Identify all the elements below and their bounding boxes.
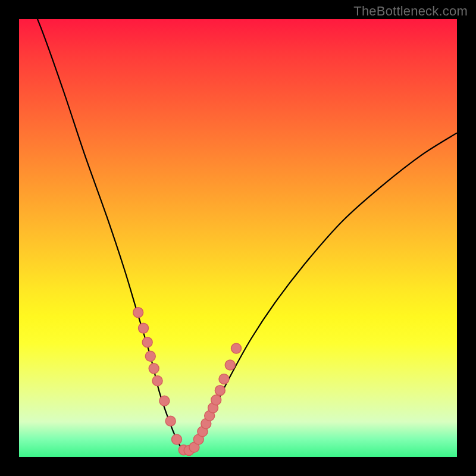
highlight-dot	[149, 364, 159, 374]
highlight-dot	[211, 395, 221, 405]
plot-area	[19, 19, 457, 457]
chart-frame: TheBottleneck.com	[0, 0, 476, 476]
highlight-dot	[133, 308, 143, 318]
highlight-dot	[142, 337, 152, 347]
highlight-dot	[215, 386, 225, 396]
highlight-dot	[139, 323, 149, 333]
highlight-dot	[171, 434, 181, 444]
highlight-dot	[225, 360, 235, 370]
highlight-dot	[219, 374, 229, 384]
highlight-dot	[145, 351, 155, 361]
curve-layer	[19, 19, 457, 457]
highlight-dot	[152, 375, 162, 386]
highlight-dot	[159, 396, 170, 406]
watermark-text: TheBottleneck.com	[353, 4, 468, 19]
highlight-dot	[165, 416, 176, 426]
bottleneck-curve	[19, 0, 457, 452]
highlight-dots-group	[133, 308, 242, 456]
highlight-dot	[231, 343, 242, 353]
